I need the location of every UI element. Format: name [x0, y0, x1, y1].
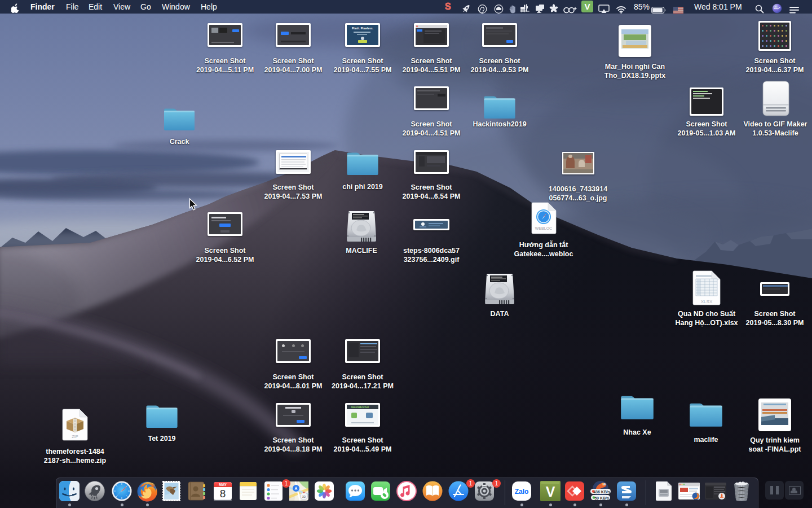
svg-text:ZIP: ZIP: [72, 434, 78, 439]
svg-text:WEBLOC: WEBLOC: [535, 226, 552, 230]
svg-text:XLSX: XLSX: [701, 299, 713, 304]
svg-text:3D: 3D: [302, 495, 306, 498]
svg-text:MAY: MAY: [219, 483, 227, 487]
svg-text:Zalo: Zalo: [515, 488, 529, 496]
svg-text:8: 8: [220, 488, 226, 500]
svg-text:436 KB/s: 436 KB/s: [593, 490, 610, 494]
svg-text:V: V: [546, 484, 555, 500]
svg-text:59 KB/s: 59 KB/s: [594, 496, 609, 500]
